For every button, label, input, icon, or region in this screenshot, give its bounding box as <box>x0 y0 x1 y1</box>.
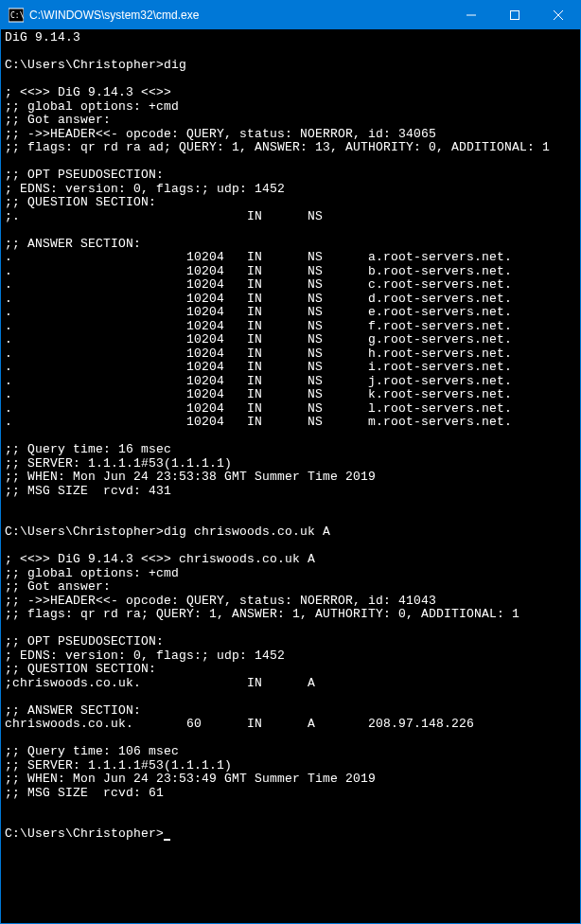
titlebar[interactable]: C:\ C:\WINDOWS\system32\cmd.exe <box>1 1 580 29</box>
edns-line: ; EDNS: version: 0, flags:; udp: 1452 <box>5 182 285 196</box>
answer-row: . 10204 IN NS g.root-servers.net. <box>5 332 512 346</box>
query-time: ;; Query time: 106 msec <box>5 744 179 758</box>
answer-row: . 10204 IN NS b.root-servers.net. <box>5 264 512 278</box>
query-flags: ;; flags: qr rd ra; QUERY: 1, ANSWER: 1,… <box>5 607 519 621</box>
question-section-header: ;; QUESTION SECTION: <box>5 662 156 676</box>
terminal-output[interactable]: DiG 9.14.3 C:\Users\Christopher>dig ; <<… <box>1 29 580 923</box>
cmd-icon: C:\ <box>9 8 24 23</box>
edns-line: ; EDNS: version: 0, flags:; udp: 1452 <box>5 649 285 663</box>
query-time: ;; Query time: 16 msec <box>5 442 171 456</box>
answer-row: . 10204 IN NS a.root-servers.net. <box>5 250 512 264</box>
opt-pseudo-header: ;; OPT PSEUDOSECTION: <box>5 168 164 182</box>
question-line: ;chriswoods.co.uk. IN A <box>5 676 315 690</box>
maximize-button[interactable] <box>493 1 537 29</box>
answer-row: . 10204 IN NS c.root-servers.net. <box>5 277 512 292</box>
answer-row: . 10204 IN NS l.root-servers.net. <box>5 401 512 416</box>
query-flags: ;; flags: qr rd ra ad; QUERY: 1, ANSWER:… <box>5 140 550 154</box>
when-line: ;; WHEN: Mon Jun 24 23:53:49 GMT Summer … <box>5 772 376 786</box>
server-line: ;; SERVER: 1.1.1.1#53(1.1.1.1) <box>5 456 232 471</box>
answer-section-header: ;; ANSWER SECTION: <box>5 703 141 718</box>
question-section-header: ;; QUESTION SECTION: <box>5 195 156 209</box>
dig-version-line: DiG 9.14.3 <box>5 30 80 44</box>
dig-banner: ; <<>> DiG 9.14.3 <<>> <box>5 85 171 99</box>
answer-row: . 10204 IN NS f.root-servers.net. <box>5 319 512 333</box>
got-answer: ;; Got answer: <box>5 113 111 127</box>
svg-rect-3 <box>511 11 519 20</box>
prompt-line: C:\Users\Christopher> <box>5 826 164 841</box>
when-line: ;; WHEN: Mon Jun 24 23:53:38 GMT Summer … <box>5 470 376 484</box>
answer-row: . 10204 IN NS e.root-servers.net. <box>5 305 512 319</box>
server-line: ;; SERVER: 1.1.1.1#53(1.1.1.1) <box>5 758 232 773</box>
msg-size: ;; MSG SIZE rcvd: 61 <box>5 786 164 800</box>
got-answer: ;; Got answer: <box>5 579 111 594</box>
svg-text:C:\: C:\ <box>10 11 24 20</box>
global-opts: ;; global options: +cmd <box>5 566 179 580</box>
dig-banner: ; <<>> DiG 9.14.3 <<>> chriswoods.co.uk … <box>5 552 315 566</box>
answer-row: . 10204 IN NS h.root-servers.net. <box>5 346 512 361</box>
answer-row: . 10204 IN NS i.root-servers.net. <box>5 360 512 374</box>
answer-section-header: ;; ANSWER SECTION: <box>5 237 141 251</box>
global-opts: ;; global options: +cmd <box>5 99 179 114</box>
answer-row: . 10204 IN NS k.root-servers.net. <box>5 387 512 401</box>
answer-row: chriswoods.co.uk. 60 IN A 208.97.148.226 <box>5 717 474 731</box>
cmd-window: C:\ C:\WINDOWS\system32\cmd.exe DiG 9.14… <box>0 0 581 924</box>
query-header: ;; ->>HEADER<<- opcode: QUERY, status: N… <box>5 594 436 608</box>
opt-pseudo-header: ;; OPT PSEUDOSECTION: <box>5 634 164 649</box>
answer-row: . 10204 IN NS d.root-servers.net. <box>5 292 512 306</box>
answer-row: . 10204 IN NS m.root-servers.net. <box>5 415 512 429</box>
cursor <box>164 839 170 841</box>
prompt-line: C:\Users\Christopher>dig <box>5 58 186 72</box>
query-header: ;; ->>HEADER<<- opcode: QUERY, status: N… <box>5 127 436 141</box>
prompt-line: C:\Users\Christopher>dig chriswoods.co.u… <box>5 524 330 539</box>
window-controls <box>449 1 580 29</box>
minimize-button[interactable] <box>449 1 493 29</box>
question-line: ;. IN NS <box>5 209 323 223</box>
window-title: C:\WINDOWS\system32\cmd.exe <box>29 9 449 22</box>
close-button[interactable] <box>537 1 580 29</box>
answer-row: . 10204 IN NS j.root-servers.net. <box>5 374 512 388</box>
msg-size: ;; MSG SIZE rcvd: 431 <box>5 484 171 498</box>
